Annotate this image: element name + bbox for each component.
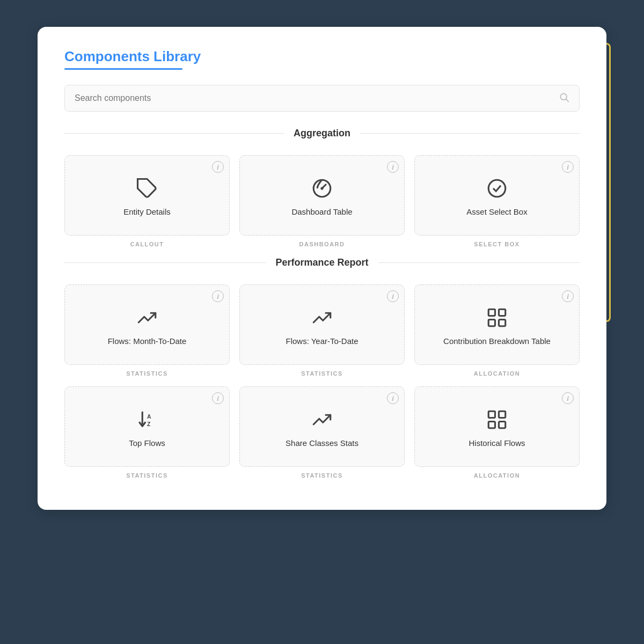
outer-wrapper: Components Library Aggregation i [38, 27, 606, 617]
contribution-breakdown-label: Contribution Breakdown Table [443, 336, 551, 346]
svg-rect-8 [488, 319, 495, 326]
search-bar[interactable] [64, 85, 580, 112]
aggregation-cards-grid: i Entity Details CALLOUT i [64, 155, 580, 247]
svg-rect-13 [488, 411, 495, 418]
historical-flows-category: ALLOCATION [474, 472, 520, 479]
svg-point-5 [488, 180, 506, 197]
dashboard-table-card-wrapper: i Dashboard Table DASHBOARD [239, 155, 405, 247]
grid-icon-1 [486, 306, 508, 329]
historical-flows-card[interactable]: i Historical Flows [414, 386, 580, 467]
flows-month-card[interactable]: i Flows: Month-To-Date [64, 284, 230, 365]
entity-details-info-button[interactable]: i [212, 161, 224, 173]
svg-rect-7 [499, 309, 506, 316]
svg-rect-16 [499, 421, 506, 428]
components-library-panel: Components Library Aggregation i [38, 27, 606, 510]
svg-text:A: A [147, 413, 151, 420]
svg-line-1 [566, 99, 568, 101]
share-classes-stats-card-wrapper: i Share Classes Stats STATISTICS [239, 386, 405, 479]
contribution-breakdown-card[interactable]: i Contribution Breakdown Table [414, 284, 580, 365]
share-classes-stats-info-button[interactable]: i [387, 392, 399, 404]
trending-up-icon-2 [311, 306, 333, 329]
svg-rect-15 [488, 421, 495, 428]
flows-year-label: Flows: Year-To-Date [286, 336, 358, 346]
historical-flows-card-wrapper: i Historical Flows ALLOCATION [414, 386, 580, 479]
performance-report-cards-grid: i Flows: Month-To-Date STATISTICS i [64, 284, 580, 479]
flows-year-card[interactable]: i Flows: Year-To-Date [239, 284, 405, 365]
check-circle-icon [486, 177, 508, 200]
flows-month-label: Flows: Month-To-Date [108, 336, 187, 346]
share-classes-stats-category: STATISTICS [301, 472, 343, 479]
entity-details-card-wrapper: i Entity Details CALLOUT [64, 155, 230, 247]
entity-details-category: CALLOUT [130, 241, 164, 247]
flows-month-card-wrapper: i Flows: Month-To-Date STATISTICS [64, 284, 230, 377]
top-flows-info-button[interactable]: i [212, 392, 224, 404]
flows-month-category: STATISTICS [126, 370, 168, 377]
top-flows-card[interactable]: i A Z Top Flows [64, 386, 230, 467]
entity-details-card[interactable]: i Entity Details [64, 155, 230, 236]
asset-select-box-info-button[interactable]: i [562, 161, 574, 173]
share-classes-stats-card[interactable]: i Share Classes Stats [239, 386, 405, 467]
entity-details-label: Entity Details [123, 207, 171, 216]
flows-year-category: STATISTICS [301, 370, 343, 377]
contribution-breakdown-category: ALLOCATION [474, 370, 520, 377]
flows-year-card-wrapper: i Flows: Year-To-Date STATISTICS [239, 284, 405, 377]
top-flows-card-wrapper: i A Z Top Flows STATIS [64, 386, 230, 479]
top-flows-category: STATISTICS [126, 472, 168, 479]
flows-year-info-button[interactable]: i [387, 290, 399, 302]
svg-rect-6 [488, 309, 495, 316]
performance-report-section-title: Performance Report [266, 257, 378, 268]
title-underline [64, 68, 182, 70]
svg-point-0 [560, 93, 567, 100]
asset-select-box-category: SELECT BOX [474, 241, 519, 247]
search-icon [559, 92, 569, 105]
svg-text:Z: Z [147, 421, 151, 427]
asset-select-box-label: Asset Select Box [466, 207, 527, 216]
trending-up-icon-3 [311, 408, 333, 431]
grid-icon-2 [486, 408, 508, 431]
dashboard-table-card[interactable]: i Dashboard Table [239, 155, 405, 236]
dashboard-table-category: DASHBOARD [299, 241, 345, 247]
top-flows-label: Top Flows [129, 438, 165, 448]
aggregation-section-title: Aggregation [284, 128, 360, 139]
performance-report-section-divider: Performance Report [64, 257, 580, 268]
asset-select-box-card-wrapper: i Asset Select Box SELECT BOX [414, 155, 580, 247]
historical-flows-label: Historical Flows [469, 438, 525, 448]
contribution-breakdown-card-wrapper: i Contribution Breakdown Table ALLOCATIO… [414, 284, 580, 377]
search-input[interactable] [75, 93, 559, 103]
az-sort-icon: A Z [136, 408, 158, 431]
flows-month-info-button[interactable]: i [212, 290, 224, 302]
gauge-icon [311, 177, 333, 200]
aggregation-section-divider: Aggregation [64, 128, 580, 139]
asset-select-box-card[interactable]: i Asset Select Box [414, 155, 580, 236]
panel-title: Components Library [64, 48, 580, 65]
tag-icon [136, 177, 158, 200]
historical-flows-info-button[interactable]: i [562, 392, 574, 404]
share-classes-stats-label: Share Classes Stats [286, 438, 358, 448]
svg-point-4 [320, 187, 323, 189]
dashboard-table-info-button[interactable]: i [387, 161, 399, 173]
contribution-breakdown-info-button[interactable]: i [562, 290, 574, 302]
svg-rect-9 [499, 319, 506, 326]
svg-rect-14 [499, 411, 506, 418]
trending-up-icon-1 [136, 306, 158, 329]
dashboard-table-label: Dashboard Table [291, 207, 352, 216]
